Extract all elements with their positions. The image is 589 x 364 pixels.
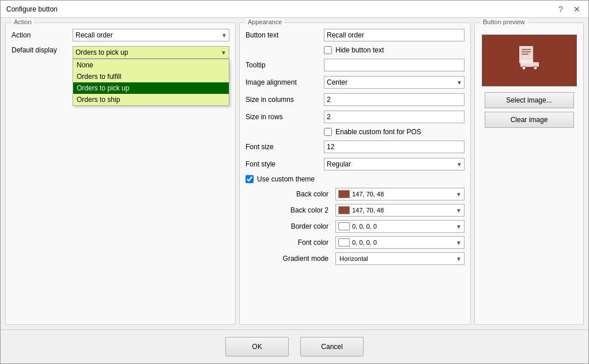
size-columns-row: Size in columns xyxy=(246,93,465,106)
image-alignment-label: Image alignment xyxy=(246,78,320,86)
back-color-select-wrapper: 147, 70, 48 ▼ xyxy=(335,188,465,200)
hide-button-text-row: Hide button text xyxy=(246,46,465,54)
custom-theme-label[interactable]: Use custom theme xyxy=(257,175,315,183)
preview-icon xyxy=(515,44,543,77)
dropdown-menu: None Orders to fulfill Orders to pick up… xyxy=(73,59,229,106)
hide-button-text-label[interactable]: Hide button text xyxy=(335,46,384,54)
button-text-row: Button text xyxy=(246,29,465,41)
back-color2-value: 147, 70, 48 xyxy=(352,207,454,214)
back-color-picker[interactable]: 147, 70, 48 ▼ xyxy=(335,188,465,200)
border-color-swatch xyxy=(338,222,350,230)
preview-svg-icon xyxy=(515,44,543,73)
font-style-select[interactable]: Regular Bold Italic xyxy=(324,158,465,170)
border-color-value: 0, 0, 0, 0 xyxy=(352,223,454,230)
appearance-panel: Appearance Button text Hide button text … xyxy=(239,22,471,325)
font-color-arrow-icon: ▼ xyxy=(456,240,462,246)
ok-button[interactable]: OK xyxy=(225,337,289,357)
preview-button-display xyxy=(482,35,577,86)
gradient-mode-label: Gradient mode xyxy=(257,255,332,263)
custom-theme-row: Use custom theme xyxy=(246,175,465,183)
title-bar: Configure button ? ✕ xyxy=(1,1,588,18)
dropdown-item-none[interactable]: None xyxy=(73,59,229,71)
dropdown-item-ship[interactable]: Orders to ship xyxy=(73,94,229,105)
font-color-select-wrapper: 0, 0, 0, 0 ▼ xyxy=(335,236,465,249)
gradient-mode-row: Gradient mode Horizontal ▼ xyxy=(257,252,465,265)
select-image-button[interactable]: Select image... xyxy=(485,92,574,108)
back-color2-select-wrapper: 147, 70, 48 ▼ xyxy=(335,204,465,217)
default-display-value: Orders to pick up xyxy=(75,48,128,56)
title-bar-right: ? ✕ xyxy=(555,3,583,15)
preview-panel-title: Button preview xyxy=(481,18,527,25)
action-row: Action Recall order ▼ xyxy=(12,29,229,41)
button-text-input[interactable] xyxy=(324,29,465,41)
svg-rect-4 xyxy=(520,60,533,67)
back-color2-row: Back color 2 147, 70, 48 ▼ xyxy=(257,204,465,217)
tooltip-label: Tooltip xyxy=(246,61,320,69)
back-color2-picker[interactable]: 147, 70, 48 ▼ xyxy=(335,204,465,217)
image-alignment-row: Image alignment Center Left Right ▼ xyxy=(246,76,465,89)
font-size-input[interactable] xyxy=(324,141,465,153)
default-display-dropdown-container: Orders to pick up ▼ None Orders to fulfi… xyxy=(73,46,229,59)
font-style-row: Font style Regular Bold Italic ▼ xyxy=(246,158,465,170)
dropdown-item-pickup[interactable]: Orders to pick up xyxy=(73,82,229,94)
back-color-value: 147, 70, 48 xyxy=(352,191,454,198)
help-button[interactable]: ? xyxy=(555,3,567,15)
back-color-arrow-icon: ▼ xyxy=(456,191,462,198)
border-color-picker[interactable]: 0, 0, 0, 0 ▼ xyxy=(335,220,465,233)
back-color-swatch xyxy=(338,190,350,198)
back-color-label: Back color xyxy=(257,190,332,198)
color-section: Back color 147, 70, 48 ▼ Back color 2 xyxy=(246,188,465,265)
border-color-arrow-icon: ▼ xyxy=(456,223,462,230)
size-rows-row: Size in rows xyxy=(246,111,465,123)
font-color-row: Font color 0, 0, 0, 0 ▼ xyxy=(257,236,465,249)
custom-font-row: Enable custom font for POS xyxy=(246,128,465,136)
action-panel: Action Action Recall order ▼ Default dis… xyxy=(5,22,236,325)
border-color-row: Border color 0, 0, 0, 0 ▼ xyxy=(257,220,465,233)
tooltip-input[interactable] xyxy=(324,59,465,71)
default-display-trigger[interactable]: Orders to pick up ▼ xyxy=(73,46,229,59)
close-button[interactable]: ✕ xyxy=(571,3,583,15)
action-select[interactable]: Recall order xyxy=(73,29,229,41)
custom-font-checkbox[interactable] xyxy=(324,128,332,136)
gradient-mode-value: Horizontal xyxy=(339,255,454,262)
hide-button-text-checkbox[interactable] xyxy=(324,46,332,54)
size-rows-input[interactable] xyxy=(324,111,465,123)
window-title: Configure button xyxy=(6,5,58,13)
footer: OK Cancel xyxy=(1,329,588,363)
dropdown-item-fulfill[interactable]: Orders to fulfill xyxy=(73,71,229,82)
custom-theme-checkbox[interactable] xyxy=(246,175,254,183)
preview-panel: Button preview xyxy=(474,22,584,325)
dropdown-arrow-icon: ▼ xyxy=(221,50,226,56)
svg-point-7 xyxy=(534,66,537,70)
custom-font-label[interactable]: Enable custom font for POS xyxy=(335,128,421,136)
action-panel-title: Action xyxy=(12,18,34,25)
cancel-button[interactable]: Cancel xyxy=(300,337,364,357)
font-size-label: Font size xyxy=(246,143,320,151)
configure-button-window: Configure button ? ✕ Action Action Recal… xyxy=(0,0,589,364)
font-style-select-wrapper: Regular Bold Italic ▼ xyxy=(324,158,465,170)
appearance-panel-title: Appearance xyxy=(246,18,284,25)
font-color-value: 0, 0, 0, 0 xyxy=(352,239,454,246)
image-alignment-select-wrapper: Center Left Right ▼ xyxy=(324,76,465,89)
border-color-label: Border color xyxy=(257,222,332,230)
font-color-picker[interactable]: 0, 0, 0, 0 ▼ xyxy=(335,236,465,249)
back-color2-arrow-icon: ▼ xyxy=(456,207,462,214)
font-size-row: Font size xyxy=(246,141,465,153)
gradient-mode-arrow-icon: ▼ xyxy=(456,256,462,262)
image-alignment-select[interactable]: Center Left Right xyxy=(324,76,465,89)
title-bar-left: Configure button xyxy=(6,5,58,13)
default-display-row: Default display Orders to pick up ▼ None… xyxy=(12,46,229,59)
font-color-swatch xyxy=(338,238,350,247)
action-label: Action xyxy=(12,31,69,39)
back-color2-label: Back color 2 xyxy=(257,206,332,214)
size-columns-label: Size in columns xyxy=(246,96,320,104)
svg-point-6 xyxy=(522,66,526,70)
action-select-wrapper: Recall order ▼ xyxy=(73,29,229,41)
size-columns-input[interactable] xyxy=(324,93,465,106)
button-text-label: Button text xyxy=(246,31,320,39)
size-rows-label: Size in rows xyxy=(246,113,320,121)
main-content: Action Action Recall order ▼ Default dis… xyxy=(1,18,588,329)
gradient-mode-picker[interactable]: Horizontal ▼ xyxy=(335,252,465,265)
tooltip-row: Tooltip xyxy=(246,59,465,71)
clear-image-button[interactable]: Clear image xyxy=(485,112,574,128)
